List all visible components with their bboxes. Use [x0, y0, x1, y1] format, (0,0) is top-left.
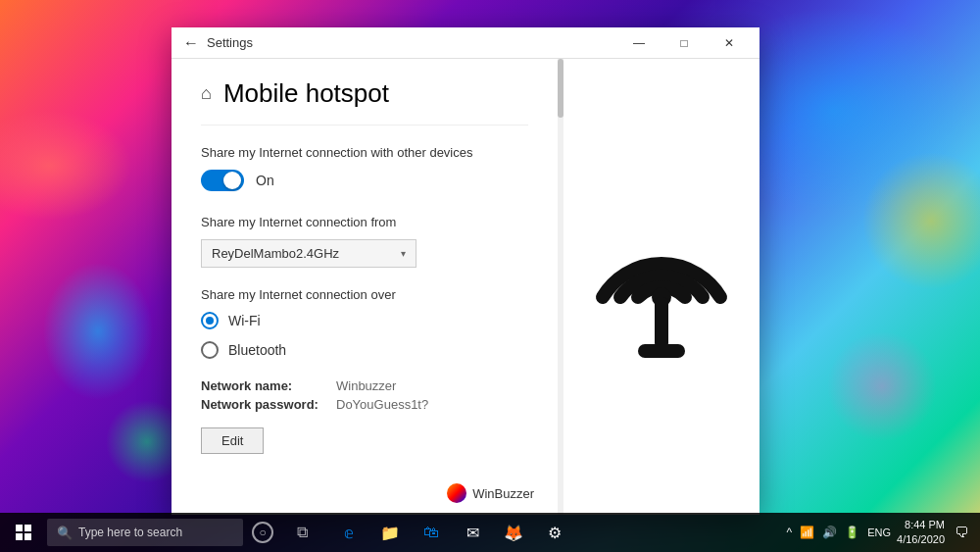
tray-show-hidden-icon[interactable]: ^	[785, 524, 795, 541]
bluetooth-radio-item[interactable]: Bluetooth	[201, 341, 528, 359]
wifi-radio-item[interactable]: Wi-Fi	[201, 312, 528, 329]
search-bar[interactable]: 🔍 Type here to search	[47, 519, 243, 546]
network-info: Network name: Winbuzzer Network password…	[201, 378, 528, 412]
page-title-area: ⌂ Mobile hotspot	[201, 78, 528, 125]
system-clock[interactable]: 8:44 PM 4/16/2020	[897, 518, 945, 548]
system-tray: ^ 📶 🔊 🔋 ENG 8:44 PM 4/16/2020 🗨	[777, 513, 980, 552]
toggle-knob	[223, 172, 241, 189]
taskbar-mail-icon[interactable]: ✉	[453, 513, 492, 552]
taskbar-edge-icon[interactable]: 𝕖	[329, 513, 368, 552]
tray-volume-icon[interactable]: 🔊	[820, 524, 839, 541]
svg-rect-1	[655, 297, 668, 348]
taskbar-settings-icon[interactable]: ⚙	[535, 513, 574, 552]
network-name-row: Network name: Winbuzzer	[201, 378, 528, 393]
taskbar-file-explorer-icon[interactable]: 📁	[370, 513, 410, 552]
task-view-button[interactable]: ⧉	[282, 513, 321, 552]
connection-over-section: Share my Internet connection over Wi-Fi …	[201, 287, 528, 359]
share-section-label: Share my Internet connection with other …	[201, 145, 528, 160]
svg-rect-2	[638, 344, 685, 358]
cortana-icon: ○	[252, 522, 273, 543]
connection-over-label: Share my Internet connection over	[201, 287, 528, 302]
clock-date: 4/16/2020	[897, 532, 945, 547]
title-bar-nav: ← Settings	[183, 34, 253, 52]
maximize-button[interactable]: □	[662, 27, 707, 59]
network-password-value: DoYouGuess1t?	[336, 397, 428, 412]
dropdown-value: ReyDelMambo2.4GHz	[212, 246, 339, 261]
share-toggle[interactable]	[201, 170, 244, 191]
notification-icon[interactable]: 🗨	[951, 525, 972, 540]
back-button[interactable]: ←	[183, 34, 199, 52]
windows-logo-icon	[16, 525, 31, 540]
dropdown-arrow-icon: ▾	[401, 248, 406, 259]
search-placeholder-text: Type here to search	[78, 526, 182, 539]
wifi-radio-circle	[201, 312, 219, 329]
hotspot-icon-panel	[564, 59, 760, 515]
title-bar: ← Settings — □ ✕	[172, 27, 760, 59]
connection-from-label: Share my Internet connection from	[201, 215, 528, 229]
toggle-label: On	[256, 173, 274, 188]
share-toggle-row: On	[201, 170, 528, 191]
home-icon: ⌂	[201, 83, 212, 104]
bluetooth-radio-label: Bluetooth	[228, 342, 286, 358]
radio-group: Wi-Fi Bluetooth	[201, 312, 528, 359]
taskbar-app-icons: 𝕖 📁 🛍 ✉ 🦊 ⚙	[329, 513, 574, 552]
tray-network-icon[interactable]: 📶	[798, 524, 816, 541]
taskbar-firefox-icon[interactable]: 🦊	[494, 513, 533, 552]
taskbar-store-icon[interactable]: 🛍	[412, 513, 451, 552]
hotspot-icon	[583, 209, 740, 366]
tray-battery-icon[interactable]: 🔋	[843, 524, 861, 541]
edit-button[interactable]: Edit	[201, 427, 264, 454]
window-title: Settings	[207, 35, 253, 50]
search-icon: 🔍	[57, 526, 73, 540]
clock-time: 8:44 PM	[897, 518, 945, 532]
winbuzzer-text: WinBuzzer	[472, 486, 534, 501]
wifi-radio-label: Wi-Fi	[228, 313, 261, 328]
tray-icons: ^ 📶 🔊 🔋	[785, 524, 862, 541]
network-name-value: Winbuzzer	[336, 378, 396, 393]
page-title: Mobile hotspot	[223, 78, 389, 109]
network-password-row: Network password: DoYouGuess1t?	[201, 397, 528, 412]
start-button[interactable]	[0, 513, 47, 552]
left-panel: ⌂ Mobile hotspot Share my Internet conne…	[172, 59, 558, 515]
cortana-button[interactable]: ○	[243, 513, 282, 552]
desktop: ← Settings — □ ✕ ⌂ Mobile hotspot Share …	[0, 0, 980, 552]
connection-from-section: Share my Internet connection from ReyDel…	[201, 215, 528, 268]
winbuzzer-icon	[447, 483, 466, 503]
winbuzzer-watermark: WinBuzzer	[447, 483, 534, 503]
close-button[interactable]: ✕	[707, 27, 752, 59]
network-password-key: Network password:	[201, 397, 328, 412]
network-name-key: Network name:	[201, 378, 328, 393]
settings-window: ← Settings — □ ✕ ⌂ Mobile hotspot Share …	[172, 27, 760, 515]
bluetooth-radio-circle	[201, 341, 219, 359]
minimize-button[interactable]: —	[616, 27, 662, 59]
content-area: ⌂ Mobile hotspot Share my Internet conne…	[172, 59, 760, 515]
taskbar: 🔍 Type here to search ○ ⧉ 𝕖 📁 🛍 ✉ 🦊	[0, 513, 980, 552]
connection-from-dropdown[interactable]: ReyDelMambo2.4GHz ▾	[201, 239, 416, 268]
language-badge[interactable]: ENG	[867, 527, 891, 538]
window-controls: — □ ✕	[616, 27, 752, 59]
